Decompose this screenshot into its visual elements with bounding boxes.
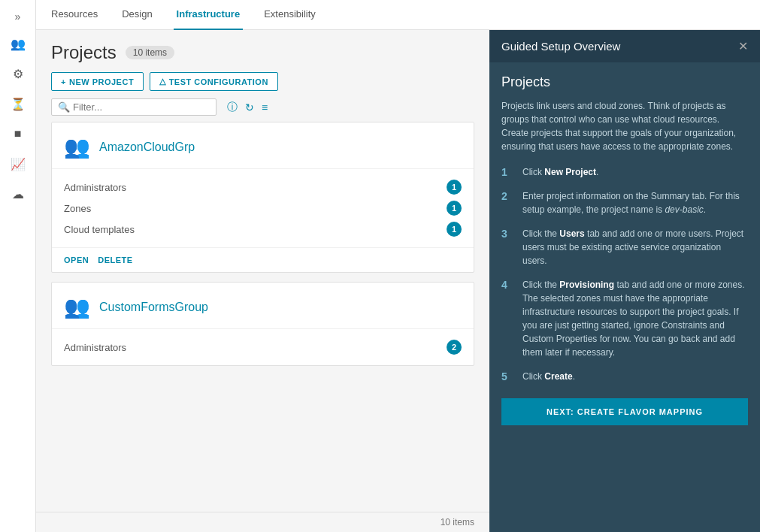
step-num-2: 2 <box>501 189 513 202</box>
plus-icon: + <box>61 77 66 86</box>
sidebar-expand-button[interactable]: » <box>0 6 35 27</box>
right-panel-header: Guided Setup Overview ✕ <box>489 30 760 62</box>
filter-row: 🔍 ⓘ ↻ ≡ <box>51 98 474 116</box>
step-num-4: 4 <box>501 278 513 291</box>
project-name-customforms[interactable]: CustomFormsGroup <box>99 301 208 314</box>
project-card-header-amazon: 👥 AmazonCloudGrp <box>52 122 474 169</box>
next-button[interactable]: NEXT: CREATE FLAVOR MAPPING <box>501 398 748 425</box>
step-text-4: Click the Provisioning tab and add one o… <box>522 278 748 359</box>
right-panel: Guided Setup Overview ✕ Projects Project… <box>489 30 760 532</box>
step-text-5: Click Create. <box>522 370 575 383</box>
stat-row-admins-customforms: Administrators 2 <box>64 337 462 358</box>
items-count-badge: 10 items <box>126 46 174 59</box>
box-icon[interactable]: ■ <box>5 120 32 147</box>
step-text-2: Enter project information on the Summary… <box>522 189 748 216</box>
right-panel-title: Guided Setup Overview <box>501 40 620 53</box>
cloud-icon[interactable]: ☁ <box>5 180 32 207</box>
top-nav: Resources Design Infrastructure Extensib… <box>36 0 760 30</box>
step-text-1: Click New Project. <box>522 165 598 179</box>
people-icon[interactable]: 👥 <box>5 30 32 57</box>
test-icon: △ <box>159 77 166 86</box>
stat-row-cloud-templates: Cloud templates 1 <box>64 219 462 240</box>
main-area: Resources Design Infrastructure Extensib… <box>36 0 760 532</box>
filter-actions: ⓘ ↻ ≡ <box>226 99 269 116</box>
stat-label-admins: Administrators <box>64 182 126 193</box>
projects-header: Projects 10 items + NEW PROJECT △ TEST C… <box>36 30 489 122</box>
stat-badge-zones: 1 <box>447 201 462 216</box>
info-icon[interactable]: ⓘ <box>226 99 239 116</box>
clock-icon[interactable]: ⏳ <box>5 90 32 117</box>
project-card-amazon: 👥 AmazonCloudGrp Administrators 1 Zones … <box>51 122 474 273</box>
guide-step-4: 4 Click the Provisioning tab and add one… <box>501 278 748 359</box>
guide-step-1: 1 Click New Project. <box>501 165 748 179</box>
tab-extensibility[interactable]: Extensibility <box>261 0 319 30</box>
stat-label-zones: Zones <box>64 203 91 214</box>
stat-label-cloud-templates: Cloud templates <box>64 224 135 235</box>
filter-input-wrap: 🔍 <box>51 98 216 116</box>
guide-step-5: 5 Click Create. <box>501 370 748 383</box>
stat-badge-admins-customforms: 2 <box>447 340 462 355</box>
stat-row-admins: Administrators 1 <box>64 177 462 198</box>
project-group-icon-customforms: 👥 <box>64 295 90 319</box>
project-card-footer-amazon: OPEN DELETE <box>52 247 474 272</box>
new-project-label: NEW PROJECT <box>69 77 134 86</box>
tab-resources[interactable]: Resources <box>48 0 101 30</box>
step-num-1: 1 <box>501 165 513 178</box>
guide-step-2: 2 Enter project information on the Summa… <box>501 189 748 216</box>
project-name-amazon[interactable]: AmazonCloudGrp <box>99 141 195 154</box>
stat-row-zones: Zones 1 <box>64 198 462 219</box>
projects-panel: Projects 10 items + NEW PROJECT △ TEST C… <box>36 30 489 532</box>
gear-icon[interactable]: ⚙ <box>5 60 32 87</box>
new-project-button[interactable]: + NEW PROJECT <box>51 72 144 91</box>
step-num-3: 3 <box>501 227 513 240</box>
right-panel-body: Projects Projects link users and cloud z… <box>489 62 760 532</box>
page-title: Projects <box>51 42 117 63</box>
filter-input[interactable] <box>73 101 210 113</box>
project-stats-customforms: Administrators 2 <box>52 329 474 365</box>
guide-steps: 1 Click New Project. 2 Enter project inf… <box>501 165 748 383</box>
refresh-icon[interactable]: ↻ <box>244 100 256 115</box>
project-group-icon-amazon: 👥 <box>64 135 90 159</box>
stat-badge-cloud-templates: 1 <box>447 222 462 237</box>
projects-title-row: Projects 10 items <box>51 42 474 63</box>
guide-intro: Projects link users and cloud zones. Thi… <box>501 99 748 153</box>
footer-count: 10 items <box>441 517 474 527</box>
tab-infrastructure[interactable]: Infrastructure <box>174 0 244 30</box>
search-icon: 🔍 <box>58 101 70 113</box>
footer-bar: 10 items <box>36 512 489 532</box>
sidebar: » 👥 ⚙ ⏳ ■ 📈 ☁ <box>0 0 36 532</box>
step-text-3: Click the Users tab and add one or more … <box>522 227 748 268</box>
list-view-icon[interactable]: ≡ <box>260 100 269 115</box>
guide-section-title: Projects <box>501 74 748 90</box>
toolbar: + NEW PROJECT △ TEST CONFIGURATION <box>51 72 474 91</box>
project-card-customforms: 👥 CustomFormsGroup Administrators 2 <box>51 282 474 366</box>
test-config-label: TEST CONFIGURATION <box>169 77 268 86</box>
guide-step-3: 3 Click the Users tab and add one or mor… <box>501 227 748 268</box>
test-configuration-button[interactable]: △ TEST CONFIGURATION <box>150 72 278 91</box>
stat-badge-admins: 1 <box>447 180 462 195</box>
step-num-5: 5 <box>501 370 513 382</box>
tab-design[interactable]: Design <box>119 0 155 30</box>
stat-label-admins-customforms: Administrators <box>64 342 126 353</box>
project-stats-amazon: Administrators 1 Zones 1 Cloud templates… <box>52 169 474 247</box>
delete-button-amazon[interactable]: DELETE <box>98 255 132 264</box>
projects-list: 👥 AmazonCloudGrp Administrators 1 Zones … <box>36 122 489 512</box>
open-button-amazon[interactable]: OPEN <box>64 255 89 264</box>
project-card-header-customforms: 👥 CustomFormsGroup <box>52 283 474 329</box>
chart-icon[interactable]: 📈 <box>5 150 32 177</box>
content-wrapper: Projects 10 items + NEW PROJECT △ TEST C… <box>36 30 760 532</box>
close-panel-button[interactable]: ✕ <box>738 39 748 53</box>
